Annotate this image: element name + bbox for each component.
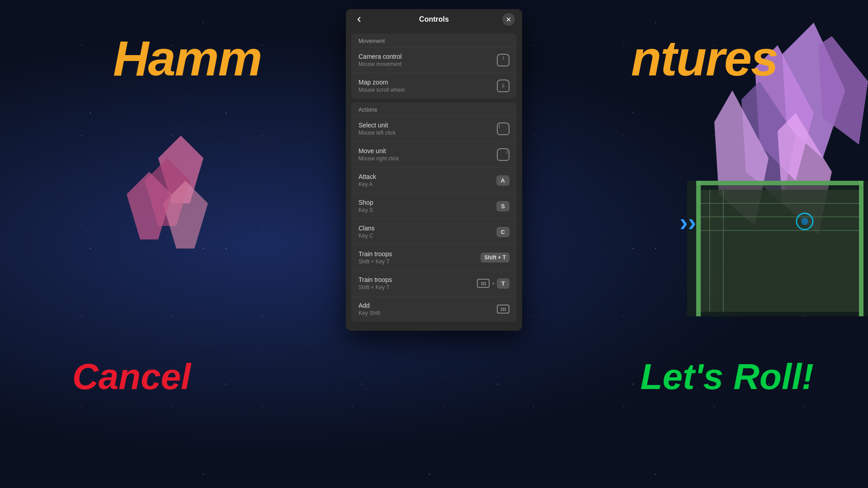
add-info: Add Key Shift [359,302,497,316]
move-unit-item[interactable]: Move unit Mouse right click [351,141,517,167]
plus-sign: + [491,280,495,287]
camera-control-info: Camera control Mouse movement [359,53,497,67]
shop-badge: S [496,201,509,211]
move-unit-badge [497,148,509,161]
attack-name: Attack [359,173,496,180]
mouse-right-icon [497,148,509,161]
add-item[interactable]: Add Key Shift [351,296,517,322]
add-key: Key Shift [359,310,497,316]
movement-section: Movement Camera control Mouse movement M… [351,33,517,99]
train-troops-alt-key: Shift + Key T [359,284,477,291]
camera-control-item[interactable]: Camera control Mouse movement [351,47,517,73]
select-unit-item[interactable]: Select unit Mouse left click [351,116,517,141]
modal-header: Controls [346,9,522,30]
select-unit-name: Select unit [359,122,497,129]
modal-title: Controls [419,15,449,23]
move-unit-info: Move unit Mouse right click [359,147,497,162]
map-zoom-name: Map zoom [359,79,497,86]
move-unit-key: Mouse right click [359,155,497,162]
move-unit-name: Move unit [359,147,497,155]
clans-info: Clans Key C [359,225,496,239]
train-troops-alt-info: Train troops Shift + Key T [359,276,477,291]
shop-item[interactable]: Shop Key S S [351,193,517,219]
controls-modal: Controls Movement Camera control Mouse m… [346,9,522,331]
select-unit-info: Select unit Mouse left click [359,122,497,136]
add-name: Add [359,302,497,309]
close-button[interactable] [502,13,515,26]
train-troops-alt-badge: + T [477,278,509,289]
train-troops-badge: Shift + T [481,253,509,263]
map-zoom-item[interactable]: Map zoom Mouse scroll wheel [351,73,517,99]
actions-section-header: Actions [351,102,517,116]
train-troops-item[interactable]: Train troops Shift + Key T Shift + T [351,244,517,270]
train-troops-key-pill: Shift + T [481,253,509,263]
mouse-left-icon [497,122,509,135]
train-troops-alt-item[interactable]: Train troops Shift + Key T + T [351,270,517,296]
clans-badge: C [496,227,509,237]
attack-key-pill: A [496,175,509,186]
camera-control-name: Camera control [359,53,497,60]
train-troops-alt-key-pill: T [497,278,509,289]
add-keyboard-icon [497,305,509,314]
shop-info: Shop Key S [359,199,496,213]
train-troops-key: Shift + Key T [359,258,481,265]
shop-key: Key S [359,207,496,213]
train-troops-alt-name: Train troops [359,276,477,283]
train-troops-name: Train troops [359,250,481,258]
mouse-move-icon [497,54,509,66]
attack-item[interactable]: Attack Key A A [351,167,517,193]
select-unit-badge [497,122,509,135]
clans-item[interactable]: Clans Key C C [351,219,517,244]
train-troops-info: Train troops Shift + Key T [359,250,481,265]
movement-section-header: Movement [351,33,517,47]
keyboard-icon [477,279,490,288]
map-zoom-badge [497,80,509,92]
back-button[interactable] [353,14,365,25]
add-keyboard-icon-inner [501,308,506,311]
camera-control-key: Mouse movement [359,61,497,67]
clans-key: Key C [359,233,496,239]
map-zoom-info: Map zoom Mouse scroll wheel [359,79,497,93]
modal-overlay: Controls Movement Camera control Mouse m… [0,0,868,488]
modal-body: Movement Camera control Mouse movement M… [346,30,522,331]
add-badge [497,305,509,314]
keyboard-icon-inner [481,282,486,285]
select-unit-key: Mouse left click [359,130,497,136]
bottom-spacer [346,325,522,331]
shop-name: Shop [359,199,496,206]
camera-control-badge [497,54,509,66]
attack-key: Key A [359,181,496,188]
clans-name: Clans [359,225,496,232]
map-zoom-key: Mouse scroll wheel [359,87,497,93]
mouse-scroll-icon [497,80,509,92]
shop-key-pill: S [496,201,509,211]
actions-section: Actions Select unit Mouse left click Mov… [351,102,517,322]
clans-key-pill: C [496,227,509,237]
attack-info: Attack Key A [359,173,496,188]
attack-badge: A [496,175,509,186]
scroll-wheel [502,84,504,88]
